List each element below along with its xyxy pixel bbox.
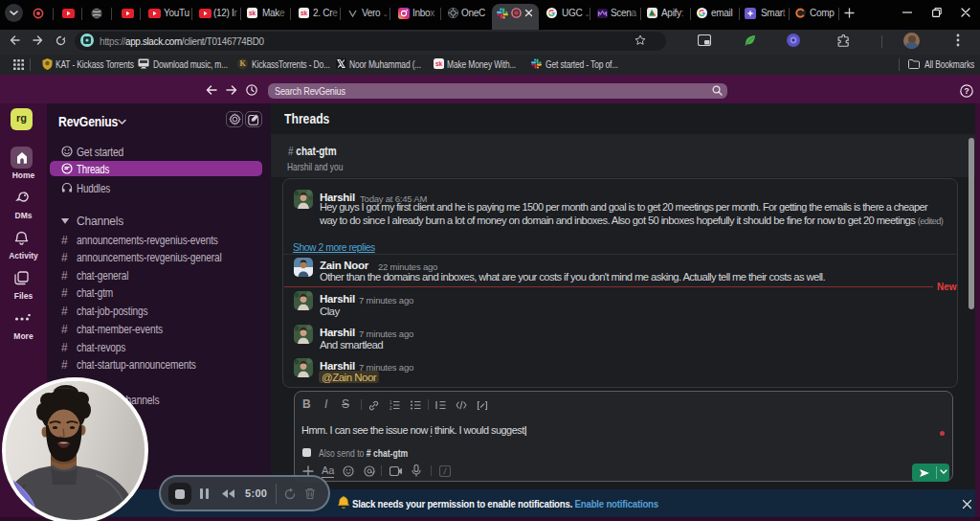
svg-text:?: ? — [964, 86, 969, 96]
svg-text:1: 1 — [390, 400, 392, 405]
svg-text:2: 2 — [390, 406, 392, 410]
svg-text:sk: sk — [249, 10, 256, 16]
svg-text:K: K — [239, 59, 246, 68]
svg-text:sk: sk — [301, 10, 308, 16]
svg-text:sk: sk — [435, 60, 443, 67]
